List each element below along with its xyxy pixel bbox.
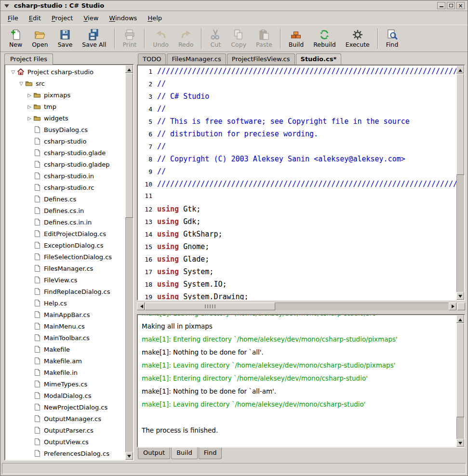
tree-item[interactable]: BusyDialog.cs	[5, 124, 125, 135]
scroll-down-button[interactable]	[456, 292, 464, 300]
code-editor[interactable]: 1///////////////////////////////////////…	[137, 65, 465, 301]
tree-item[interactable]: MainToolbar.cs	[5, 332, 125, 344]
find-button[interactable]: Find	[381, 28, 403, 49]
output-view[interactable]: make[1]: Leaving directory `/home/alekse…	[137, 314, 465, 448]
output-tab-find[interactable]: Find	[199, 448, 222, 459]
tree-item[interactable]: FileView.cs	[5, 274, 125, 286]
tree-item[interactable]: csharp-studio.rc	[5, 182, 125, 193]
redo-button[interactable]: Redo	[174, 28, 198, 49]
save-all-button[interactable]: Save All	[77, 28, 111, 49]
tree-item[interactable]: Defines.cs.in	[5, 205, 125, 216]
scroll-up-button[interactable]	[456, 66, 464, 73]
title-bar[interactable]: csharp-studio : C# Studio ×	[0, 0, 468, 11]
window-menu-icon[interactable]	[4, 4, 9, 10]
print-button[interactable]: Print	[118, 28, 142, 49]
expander-open-icon[interactable]: ▽	[9, 69, 17, 75]
scrollbar-thumb[interactable]	[145, 303, 275, 310]
tree-item[interactable]: MimeTypes.cs	[5, 378, 125, 390]
execute-button[interactable]: Execute	[341, 28, 374, 49]
project-tree[interactable]: ▽Project csharp-studio▽src▷pixmaps▷tmp▷w…	[5, 65, 125, 460]
tree-item[interactable]: Defines.cs.in.in	[5, 216, 125, 228]
tree-item[interactable]: csharp-studio	[5, 135, 125, 147]
tree-item[interactable]: Makefile.am	[5, 355, 125, 367]
tree-item[interactable]: csharp-studio.gladep	[5, 159, 125, 170]
tree-item[interactable]: ModalDialog.cs	[5, 390, 125, 401]
tree-item[interactable]: Defines.cs	[5, 193, 125, 205]
tree-item[interactable]: EditProjectDialog.cs	[5, 228, 125, 239]
menu-item-edit[interactable]: Edit	[24, 12, 46, 24]
tree-item[interactable]: Help.cs	[5, 297, 125, 309]
tree-item[interactable]: NewProjectDialog.cs	[5, 401, 125, 413]
redo-icon	[180, 29, 192, 40]
scrollbar-thumb[interactable]	[456, 323, 464, 417]
editor-tab-studio-cs[interactable]: Studio.cs*	[296, 53, 342, 65]
new-button[interactable]: New	[4, 28, 27, 49]
tree-item-label: csharp-studio	[42, 138, 86, 145]
scroll-down-button[interactable]	[456, 439, 464, 447]
editor-tab-filesmanager-cs[interactable]: FilesManager.cs	[167, 53, 226, 65]
tree-item[interactable]: FileSelectionDialog.cs	[5, 251, 125, 263]
tree-item[interactable]: ▷pixmaps	[5, 89, 125, 101]
menu-item-view[interactable]: View	[78, 12, 104, 24]
tree-item[interactable]: ▽src	[5, 78, 125, 89]
editor-vscrollbar[interactable]	[456, 66, 464, 300]
maximize-button[interactable]	[447, 2, 455, 9]
tree-item[interactable]: Makefile	[5, 344, 125, 355]
output-scrollbar[interactable]	[456, 315, 464, 447]
undo-button[interactable]: Undo	[148, 28, 174, 49]
scroll-up-button[interactable]	[456, 315, 464, 323]
tree-item[interactable]: OutputView.cs	[5, 436, 125, 448]
expander-open-icon[interactable]: ▽	[17, 81, 25, 86]
tree-item[interactable]: OutputParser.cs	[5, 424, 125, 436]
tree-item[interactable]: FilesManager.cs	[5, 263, 125, 274]
tree-item[interactable]: PreferencesDialog.cs	[5, 448, 125, 459]
project-files-tab[interactable]: Project Files	[4, 53, 53, 65]
editor-tab-todo[interactable]: TODO	[138, 53, 166, 65]
arrow-down-icon	[458, 295, 462, 300]
tree-item[interactable]: csharp-studio.glade	[5, 147, 125, 159]
file-icon	[33, 195, 42, 203]
menu-item-windows[interactable]: Windows	[104, 12, 142, 24]
tree-item[interactable]: ▷tmp	[5, 101, 125, 112]
save-button[interactable]: Save	[53, 28, 78, 49]
output-tab-output[interactable]: Output	[138, 448, 170, 459]
tree-item[interactable]: OutputManager.cs	[5, 413, 125, 424]
tree-item[interactable]: ▷widgets	[5, 112, 125, 124]
menu-item-file[interactable]: File	[2, 12, 24, 24]
menu-item-project[interactable]: Project	[46, 12, 79, 24]
code-line: 18using System.IO;	[138, 280, 456, 292]
open-button[interactable]: Open	[27, 28, 53, 49]
scroll-down-button[interactable]	[125, 452, 133, 460]
tree-item[interactable]: Makefile.in	[5, 367, 125, 378]
tree-item[interactable]: FindReplaceDialog.cs	[5, 286, 125, 297]
scrollbar-thumb[interactable]	[456, 74, 464, 175]
tree-item[interactable]: ▽Project csharp-studio	[5, 66, 125, 78]
tree-item-label: BusyDialog.cs	[42, 126, 88, 133]
rebuild-button[interactable]: Rebuild	[308, 28, 341, 49]
file-icon	[33, 415, 42, 423]
output-tab-build[interactable]: Build	[171, 448, 198, 459]
paste-button[interactable]: Paste	[251, 28, 277, 49]
scroll-left-button[interactable]	[137, 303, 145, 310]
editor-tab-projectfilesview-cs[interactable]: ProjectFilesView.cs	[227, 53, 295, 65]
scroll-right-button[interactable]	[449, 303, 456, 310]
expander-closed-icon[interactable]: ▷	[26, 104, 33, 109]
code-line: 8// Copyright (C) 2003 Aleksey Sanin <al…	[138, 155, 456, 167]
copy-button[interactable]: Copy	[226, 28, 251, 49]
minimize-button[interactable]	[437, 2, 445, 9]
tree-item[interactable]: MainMenu.cs	[5, 320, 125, 332]
tree-item-label: MainToolbar.cs	[42, 334, 90, 342]
tree-scrollbar[interactable]	[125, 65, 133, 460]
scroll-up-button[interactable]	[125, 65, 133, 73]
editor-hscrollbar[interactable]	[137, 303, 456, 310]
tree-item[interactable]: MainAppBar.cs	[5, 309, 125, 320]
expander-closed-icon[interactable]: ▷	[26, 93, 33, 98]
tree-item[interactable]: csharp-studio.in	[5, 170, 125, 182]
scrollbar-thumb[interactable]	[125, 73, 133, 218]
expander-closed-icon[interactable]: ▷	[26, 116, 33, 121]
close-button[interactable]: ×	[456, 2, 465, 9]
tree-item[interactable]: ExceptionDialog.cs	[5, 239, 125, 251]
cut-button[interactable]: Cut	[205, 28, 226, 49]
menu-item-help[interactable]: Help	[142, 12, 167, 24]
build-button[interactable]: Build	[284, 28, 308, 49]
